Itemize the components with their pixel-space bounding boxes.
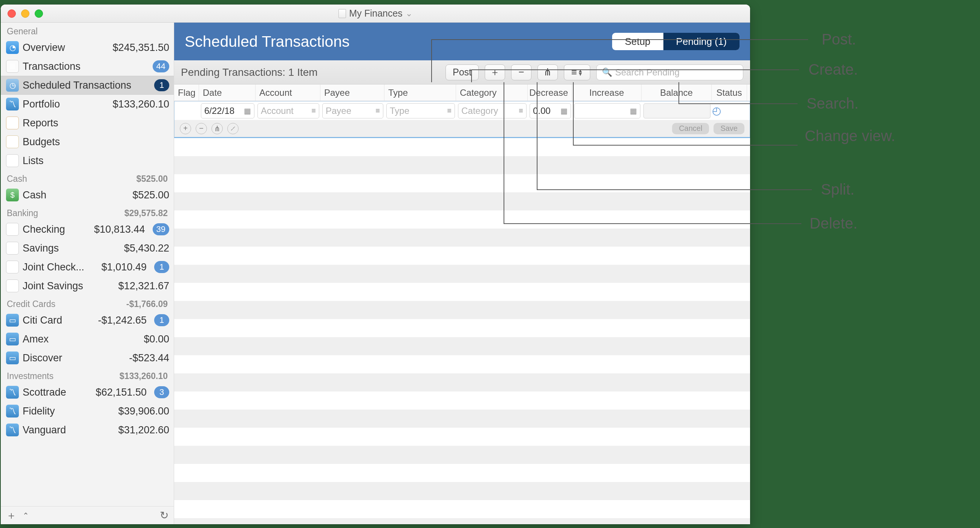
sidebar-item-label: Scheduled Transactions xyxy=(22,80,146,91)
sidebar-item-joint-savings[interactable]: 🏛Joint Savings$12,321.67 xyxy=(1,276,174,295)
row-add-button[interactable]: + xyxy=(180,123,191,134)
sidebar-item-scheduled-transactions[interactable]: ◷Scheduled Transactions1 xyxy=(1,76,174,95)
col-account[interactable]: Account xyxy=(256,85,320,101)
toolbar: Pending Transactions: 1 Item Post ＋ − ⋔ … xyxy=(174,61,750,85)
titlebar: My Finances ⌄ xyxy=(1,5,750,22)
toolbar-subtitle: Pending Transactions: 1 Item xyxy=(181,66,318,78)
calendar-icon: ▦ xyxy=(244,106,251,115)
sidebar-item-value: -$1,242.65 xyxy=(98,314,146,326)
sidebar-item-discover[interactable]: ▭Discover-$523.44 xyxy=(1,348,174,367)
sidebar-item-value: $0.00 xyxy=(143,333,169,345)
sidebar-item-label: Joint Savings xyxy=(22,280,111,292)
create-button[interactable]: ＋ xyxy=(485,64,505,80)
collapse-button[interactable]: ⌃ xyxy=(22,511,29,520)
type-field[interactable]: Type≡ xyxy=(387,103,455,118)
sidebar-item-label: Discover xyxy=(22,352,122,364)
menu-icon: ≡ xyxy=(519,106,523,115)
delete-button[interactable]: − xyxy=(511,64,531,80)
sidebar-item-overview[interactable]: ◔Overview$245,351.50 xyxy=(1,38,174,57)
col-category[interactable]: Category xyxy=(456,85,528,101)
add-account-button[interactable]: ＋ xyxy=(6,508,17,523)
sidebar-item-label: Budgets xyxy=(22,136,169,148)
sidebar-item-label: Cash xyxy=(22,189,126,201)
sidebar-item-cash[interactable]: $Cash$525.00 xyxy=(1,185,174,204)
document-title[interactable]: My Finances ⌄ xyxy=(1,8,750,19)
sidebar-item-label: Fidelity xyxy=(22,405,111,417)
col-decrease[interactable]: Decrease xyxy=(528,85,572,101)
payee-field[interactable]: Payee≡ xyxy=(322,103,383,118)
sidebar-item-joint-check-[interactable]: 🏛Joint Check...$1,010.491 xyxy=(1,258,174,276)
clock-icon[interactable]: ◴ xyxy=(712,105,721,116)
col-type[interactable]: Type xyxy=(385,85,456,101)
group-label: Investments xyxy=(7,371,54,381)
group-total: $133,260.10 xyxy=(119,371,168,381)
card-icon: ▭ xyxy=(6,314,19,327)
col-flag[interactable]: Flag xyxy=(174,85,199,101)
sidebar-item-lists[interactable]: ☰Lists xyxy=(1,151,174,170)
col-balance[interactable]: Balance xyxy=(641,85,712,101)
transaction-edit-row: 6/22/18▦ Account≡ Payee≡ Type≡ Category≡… xyxy=(174,101,750,138)
table-header: Flag Date Account Payee Type Category De… xyxy=(174,85,750,101)
search-input[interactable] xyxy=(615,67,738,78)
annotation-create: Create. xyxy=(808,61,858,78)
cancel-button[interactable]: Cancel xyxy=(672,123,709,134)
save-button[interactable]: Save xyxy=(714,123,745,134)
change-view-button[interactable]: ≡▲▼ xyxy=(564,64,590,80)
sidebar-item-reports[interactable]: ▭Reports xyxy=(1,113,174,132)
col-increase[interactable]: Increase xyxy=(572,85,641,101)
tab-pending[interactable]: Pending (1) xyxy=(663,33,740,50)
sidebar-item-amex[interactable]: ▭Amex$0.00 xyxy=(1,330,174,348)
increase-field[interactable]: ▦ xyxy=(574,103,640,118)
main-header: Scheduled Transactions Setup Pending (1) xyxy=(174,22,750,61)
date-field[interactable]: 6/22/18▦ xyxy=(201,103,255,118)
col-payee[interactable]: Payee xyxy=(320,85,385,101)
app-window: My Finances ⌄ General◔Overview$245,351.5… xyxy=(1,5,750,524)
bank-icon: 🏛 xyxy=(6,261,19,273)
sidebar-item-badge: 3 xyxy=(154,386,169,398)
sidebar-item-budgets[interactable]: ▥Budgets xyxy=(1,132,174,151)
row-remove-button[interactable]: − xyxy=(196,123,207,134)
category-field[interactable]: Category≡ xyxy=(458,103,527,118)
col-status[interactable]: Status xyxy=(712,85,747,101)
sidebar-item-label: Checking xyxy=(22,223,87,235)
port-icon: 〽 xyxy=(6,405,19,418)
document-icon xyxy=(339,9,346,18)
overview-icon: ◔ xyxy=(6,41,19,54)
list-icon: ≡ xyxy=(571,66,577,78)
row-tag-button[interactable]: ⟋ xyxy=(227,123,239,134)
sidebar-item-fidelity[interactable]: 〽Fidelity$39,906.00 xyxy=(1,402,174,421)
account-field[interactable]: Account≡ xyxy=(258,103,319,118)
sidebar: General◔Overview$245,351.50≣Transactions… xyxy=(1,22,174,524)
sidebar-item-badge: 1 xyxy=(154,261,169,273)
split-icon: ⋔ xyxy=(544,66,552,78)
sidebar-item-scottrade[interactable]: 〽Scottrade$62,151.503 xyxy=(1,383,174,402)
port-icon: 〽 xyxy=(6,98,19,110)
port-icon: 〽 xyxy=(6,424,19,436)
bank-icon: 🏛 xyxy=(6,242,19,255)
budget-icon: ▥ xyxy=(6,136,19,148)
minus-icon: − xyxy=(518,66,524,78)
sidebar-item-savings[interactable]: 🏛Savings$5,430.22 xyxy=(1,239,174,258)
search-field[interactable]: 🔍 xyxy=(596,64,743,80)
group-total: $525.00 xyxy=(137,174,168,184)
sidebar-item-label: Scottrade xyxy=(22,386,89,398)
decrease-field[interactable]: 0.00▦ xyxy=(530,103,571,118)
post-button[interactable]: Post xyxy=(445,64,479,80)
sidebar-item-label: Savings xyxy=(22,242,117,254)
sidebar-item-citi-card[interactable]: ▭Citi Card-$1,242.651 xyxy=(1,311,174,330)
refresh-button[interactable]: ↻ xyxy=(160,509,169,522)
sidebar-item-vanguard[interactable]: 〽Vanguard$31,202.60 xyxy=(1,421,174,439)
group-label: Cash xyxy=(7,174,27,184)
sidebar-item-checking[interactable]: 🏛Checking$10,813.4439 xyxy=(1,220,174,239)
sidebar-item-transactions[interactable]: ≣Transactions44 xyxy=(1,57,174,76)
balance-field xyxy=(643,103,711,118)
tab-setup[interactable]: Setup xyxy=(612,33,663,50)
col-date[interactable]: Date xyxy=(199,85,256,101)
split-button[interactable]: ⋔ xyxy=(538,64,558,80)
row-split-button[interactable]: ⋔ xyxy=(212,123,223,134)
port-icon: 〽 xyxy=(6,386,19,399)
sidebar-item-portfolio[interactable]: 〽Portfolio$133,260.10 xyxy=(1,95,174,113)
cash-icon: $ xyxy=(6,188,19,201)
chevron-down-icon: ⌄ xyxy=(406,9,412,19)
sidebar-item-value: $5,430.22 xyxy=(124,242,169,254)
